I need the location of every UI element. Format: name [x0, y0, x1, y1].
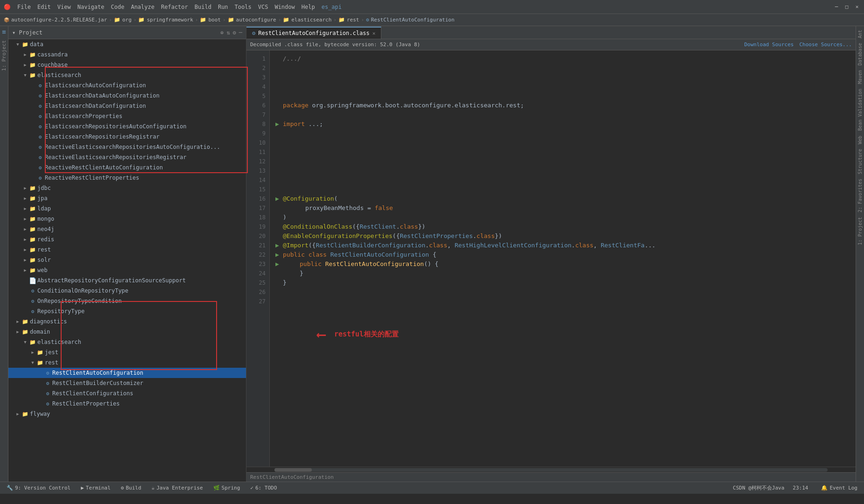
sidebar-hide-icon[interactable]: ─ — [239, 29, 242, 36]
fold-icon-22[interactable]: ▶ — [275, 250, 283, 259]
tree-item-class-2[interactable]: ⚙ ElasticsearchDataAutoConfiguration — [8, 91, 246, 101]
right-tab-favorites[interactable]: 2: Favorites — [857, 177, 864, 214]
tree-item-rest-client-auto[interactable]: ⚙ RestClientAutoConfiguration — [8, 368, 246, 378]
close-button[interactable]: ✕ — [854, 4, 860, 10]
tree-item-rest[interactable]: ▶ 📁 rest — [8, 245, 246, 255]
expand-arrow-solr[interactable]: ▶ — [21, 256, 29, 264]
expand-arrow-domain[interactable]: ▶ — [14, 328, 21, 336]
tree-item-conditional[interactable]: ⚙ ConditionalOnRepositoryType — [8, 286, 246, 296]
spring-btn[interactable]: 🌿 Spring — [209, 484, 245, 492]
tab-rest-client-auto[interactable]: ⚙ RestClientAutoConfiguration.class ✕ — [246, 27, 381, 39]
tree-item-flyway[interactable]: ▶ 📁 flyway — [8, 409, 246, 419]
expand-arrow-data[interactable]: ▼ — [14, 41, 21, 48]
tree-item-rest2[interactable]: ▼ 📁 rest — [8, 357, 246, 368]
expand-arrow-redis[interactable]: ▶ — [21, 236, 29, 243]
tree-item-class-10[interactable]: ⚙ ReactiveRestClientProperties — [8, 173, 246, 183]
tree-item-class-7[interactable]: ⚙ ReactiveElasticsearchRepositoriesAutoC… — [8, 142, 246, 152]
tree-item-elasticsearch2[interactable]: ▼ 📁 elasticsearch — [8, 337, 246, 347]
fold-icon-8[interactable]: ▶ — [275, 119, 283, 129]
tree-item-class-3[interactable]: ⚙ ElasticsearchDataConfiguration — [8, 101, 246, 111]
tree-item-solr[interactable]: ▶ 📁 solr — [8, 255, 246, 265]
right-tab-database[interactable]: Database — [857, 41, 864, 67]
path-springframework[interactable]: springframework — [147, 17, 193, 23]
menu-build[interactable]: Build — [192, 2, 214, 12]
tree-item-rest-props[interactable]: ⚙ RestClientProperties — [8, 399, 246, 409]
tree-item-couchbase[interactable]: ▶ 📁 couchbase — [8, 60, 246, 70]
tree-item-mongo[interactable]: ▶ 📁 mongo — [8, 214, 246, 224]
left-tab-1[interactable]: 1: Project — [1, 40, 7, 71]
right-tab-bean-validation[interactable]: Bean Validation — [857, 87, 864, 133]
tree-item-class-4[interactable]: ⚙ ElasticsearchProperties — [8, 111, 246, 121]
minimize-button[interactable]: ─ — [833, 4, 840, 10]
menu-tools[interactable]: Tools — [232, 2, 254, 12]
expand-arrow-elasticsearch2[interactable]: ▼ — [21, 338, 29, 346]
path-boot[interactable]: boot — [208, 17, 221, 23]
maximize-button[interactable]: □ — [843, 4, 850, 10]
fold-icon-16[interactable]: ▶ — [275, 194, 283, 203]
tree-item-redis[interactable]: ▶ 📁 redis — [8, 234, 246, 245]
build-btn[interactable]: ⚙ Build — [116, 484, 146, 492]
tree-item-elasticsearch[interactable]: ▼ 📁 elasticsearch — [8, 70, 246, 80]
path-org[interactable]: org — [122, 17, 132, 23]
menu-vcs[interactable]: VCS — [255, 2, 271, 12]
sidebar-expand-icon[interactable]: ⇅ — [226, 29, 230, 36]
menu-view[interactable]: View — [55, 2, 74, 12]
tree-item-class-1[interactable]: ⚙ ElasticsearchAutoConfiguration — [8, 80, 246, 91]
tree-item-class-9[interactable]: ⚙ ReactiveRestClientAutoConfiguration — [8, 162, 246, 173]
menu-window[interactable]: Window — [272, 2, 297, 12]
tree-item-abstract-repo[interactable]: 📄 AbstractRepositoryConfigurationSourceS… — [8, 275, 246, 286]
tree-item-data[interactable]: ▼ 📁 data — [8, 39, 246, 49]
tree-item-repotype[interactable]: ⚙ RepositoryType — [8, 306, 246, 316]
tree-item-neo4j[interactable]: ▶ 📁 neo4j — [8, 224, 246, 234]
expand-arrow-neo4j[interactable]: ▶ — [21, 225, 29, 233]
menu-edit[interactable]: Edit — [35, 2, 54, 12]
tree-item-cassandra[interactable]: ▶ 📁 cassandra — [8, 49, 246, 60]
menu-code[interactable]: Code — [108, 2, 127, 12]
tree-item-onrepo[interactable]: ⚙ OnRepositoryTypeCondition — [8, 296, 246, 306]
download-sources-link[interactable]: Download Sources — [744, 42, 794, 48]
menu-run[interactable]: Run — [215, 2, 231, 12]
terminal-btn[interactable]: ▶ Terminal — [76, 484, 115, 492]
expand-arrow-couchbase[interactable]: ▶ — [21, 61, 29, 69]
expand-arrow-diagnostics[interactable]: ▶ — [14, 318, 21, 325]
tree-item-web[interactable]: ▶ 📁 web — [8, 265, 246, 275]
version-control-btn[interactable]: 🔧 9: Version Control — [2, 484, 75, 492]
sidebar-sync-icon[interactable]: ⊕ — [220, 29, 224, 36]
menu-refactor[interactable]: Refactor — [158, 2, 191, 12]
tree-item-rest-builder[interactable]: ⚙ RestClientBuilderCustomizer — [8, 378, 246, 388]
java-enterprise-btn[interactable]: ☕ Java Enterprise — [147, 484, 208, 492]
right-tab-ant[interactable]: Ant — [857, 28, 864, 40]
tree-item-domain[interactable]: ▶ 📁 domain — [8, 327, 246, 337]
tree-item-class-6[interactable]: ⚙ ElasticsearchRepositoriesRegistrar — [8, 132, 246, 142]
tree-item-rest-configs[interactable]: ⚙ RestClientConfigurations — [8, 388, 246, 399]
tree-item-class-8[interactable]: ⚙ ReactiveElasticsearchRepositoriesRegis… — [8, 152, 246, 162]
sidebar-gear-icon[interactable]: ⚙ — [233, 29, 236, 36]
right-tab-structure[interactable]: Structure — [857, 147, 864, 176]
right-tab-web[interactable]: Web — [857, 134, 864, 146]
tree-item-jdbc[interactable]: ▶ 📁 jdbc — [8, 183, 246, 193]
path-rest[interactable]: rest — [347, 17, 359, 23]
expand-arrow-jpa[interactable]: ▶ — [21, 195, 29, 202]
tree-item-jpa[interactable]: ▶ 📁 jpa — [8, 193, 246, 203]
expand-arrow-rest2[interactable]: ▼ — [29, 359, 36, 366]
choose-sources-link[interactable]: Choose Sources... — [799, 42, 852, 48]
todo-btn[interactable]: ✓ 6: TODO — [246, 484, 281, 492]
tab-close-button[interactable]: ✕ — [372, 30, 376, 36]
expand-arrow-cassandra[interactable]: ▶ — [21, 51, 29, 58]
path-autoconfigure[interactable]: autoconfigure — [236, 17, 276, 23]
expand-arrow-mongo[interactable]: ▶ — [21, 215, 29, 223]
expand-arrow-jdbc[interactable]: ▶ — [21, 184, 29, 192]
tree-item-class-5[interactable]: ⚙ ElasticsearchRepositoriesAutoConfigura… — [8, 121, 246, 132]
horizontal-scrollbar[interactable] — [246, 467, 856, 472]
event-log-btn[interactable]: 🔔 Event Log — [816, 484, 862, 492]
expand-arrow-web[interactable]: ▶ — [21, 266, 29, 274]
expand-arrow-ldap[interactable]: ▶ — [21, 205, 29, 212]
tree-item-ldap[interactable]: ▶ 📁 ldap — [8, 203, 246, 214]
right-tab-project[interactable]: 1: Project — [857, 215, 864, 247]
expand-arrow-rest[interactable]: ▶ — [21, 246, 29, 253]
menu-help[interactable]: Help — [299, 2, 318, 12]
menu-api[interactable]: es_api — [319, 2, 344, 12]
menu-analyze[interactable]: Analyze — [128, 2, 157, 12]
tree-item-jest[interactable]: ▶ 📁 jest — [8, 347, 246, 357]
menu-navigate[interactable]: Navigate — [75, 2, 107, 12]
